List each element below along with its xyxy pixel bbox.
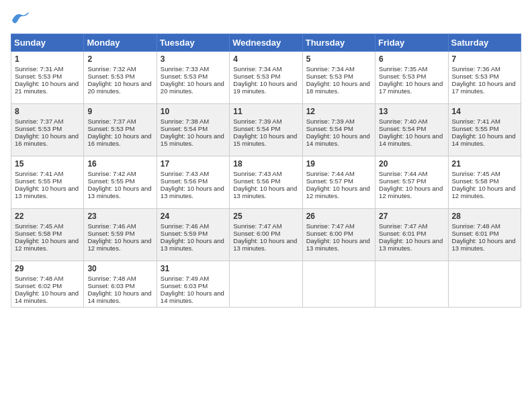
daylight-text: Daylight: 10 hours and 13 minutes. bbox=[452, 237, 516, 252]
sunset-text: Sunset: 5:59 PM bbox=[161, 230, 208, 237]
sunset-text: Sunset: 5:57 PM bbox=[379, 177, 426, 185]
day-number: 10 bbox=[161, 107, 226, 116]
sunset-text: Sunset: 5:58 PM bbox=[15, 230, 62, 237]
sunrise-text: Sunrise: 7:38 AM bbox=[161, 118, 209, 125]
table-row: 19Sunrise: 7:44 AMSunset: 5:57 PMDayligh… bbox=[302, 156, 375, 209]
day-number: 19 bbox=[306, 159, 371, 169]
sunset-text: Sunset: 5:54 PM bbox=[161, 125, 208, 132]
sunrise-text: Sunrise: 7:39 AM bbox=[306, 118, 355, 125]
day-number: 4 bbox=[233, 54, 298, 64]
day-number: 27 bbox=[379, 212, 444, 221]
sunset-text: Sunset: 5:54 PM bbox=[233, 125, 280, 132]
day-number: 14 bbox=[452, 107, 517, 116]
daylight-text: Daylight: 10 hours and 14 minutes. bbox=[87, 289, 151, 304]
sunset-text: Sunset: 5:53 PM bbox=[87, 125, 134, 132]
table-row: 7Sunrise: 7:36 AMSunset: 5:53 PMDaylight… bbox=[448, 52, 521, 104]
sunrise-text: Sunrise: 7:49 AM bbox=[161, 275, 209, 282]
table-row: 16Sunrise: 7:42 AMSunset: 5:55 PMDayligh… bbox=[84, 156, 157, 209]
day-number: 7 bbox=[452, 54, 517, 64]
sunset-text: Sunset: 6:01 PM bbox=[452, 230, 499, 237]
sunrise-text: Sunrise: 7:48 AM bbox=[15, 275, 63, 282]
sunrise-text: Sunrise: 7:42 AM bbox=[87, 170, 136, 177]
daylight-text: Daylight: 10 hours and 14 minutes. bbox=[452, 132, 516, 147]
table-row bbox=[230, 261, 302, 308]
sunset-text: Sunset: 5:53 PM bbox=[87, 73, 134, 80]
daylight-text: Daylight: 10 hours and 17 minutes. bbox=[379, 80, 443, 95]
sunrise-text: Sunrise: 7:37 AM bbox=[87, 118, 136, 125]
table-row bbox=[302, 261, 375, 308]
table-row: 9Sunrise: 7:37 AMSunset: 5:53 PMDaylight… bbox=[84, 104, 157, 156]
table-row: 11Sunrise: 7:39 AMSunset: 5:54 PMDayligh… bbox=[230, 104, 302, 156]
day-number: 15 bbox=[15, 159, 80, 169]
day-number: 24 bbox=[161, 212, 226, 221]
day-number: 23 bbox=[87, 212, 152, 221]
table-row bbox=[448, 261, 521, 308]
daylight-text: Daylight: 10 hours and 13 minutes. bbox=[161, 185, 224, 199]
calendar-table: Sunday Monday Tuesday Wednesday Thursday… bbox=[11, 34, 521, 308]
table-row: 5Sunrise: 7:34 AMSunset: 5:53 PMDaylight… bbox=[302, 52, 375, 104]
sunset-text: Sunset: 5:53 PM bbox=[233, 73, 280, 80]
sunrise-text: Sunrise: 7:46 AM bbox=[161, 222, 209, 230]
table-row: 4Sunrise: 7:34 AMSunset: 5:53 PMDaylight… bbox=[230, 52, 302, 104]
logo-icon bbox=[11, 11, 30, 26]
sunrise-text: Sunrise: 7:48 AM bbox=[452, 222, 500, 230]
day-number: 12 bbox=[306, 107, 371, 116]
daylight-text: Daylight: 10 hours and 16 minutes. bbox=[15, 132, 79, 147]
sunset-text: Sunset: 5:53 PM bbox=[452, 73, 499, 80]
table-row: 18Sunrise: 7:43 AMSunset: 5:56 PMDayligh… bbox=[230, 156, 302, 209]
daylight-text: Daylight: 10 hours and 14 minutes. bbox=[306, 132, 370, 147]
daylight-text: Daylight: 10 hours and 21 minutes. bbox=[15, 80, 79, 95]
table-row: 22Sunrise: 7:45 AMSunset: 5:58 PMDayligh… bbox=[11, 209, 84, 261]
sunset-text: Sunset: 5:53 PM bbox=[379, 73, 426, 80]
day-number: 16 bbox=[87, 159, 152, 169]
daylight-text: Daylight: 10 hours and 12 minutes. bbox=[306, 185, 370, 199]
sunrise-text: Sunrise: 7:43 AM bbox=[161, 170, 209, 177]
day-number: 11 bbox=[233, 107, 298, 116]
sunrise-text: Sunrise: 7:43 AM bbox=[233, 170, 281, 177]
day-number: 13 bbox=[379, 107, 444, 116]
table-row: 23Sunrise: 7:46 AMSunset: 5:59 PMDayligh… bbox=[84, 209, 157, 261]
table-row: 8Sunrise: 7:37 AMSunset: 5:53 PMDaylight… bbox=[11, 104, 84, 156]
sunrise-text: Sunrise: 7:36 AM bbox=[452, 65, 500, 73]
sunset-text: Sunset: 5:54 PM bbox=[379, 125, 426, 132]
sunrise-text: Sunrise: 7:35 AM bbox=[379, 65, 427, 73]
sunset-text: Sunset: 5:56 PM bbox=[233, 177, 280, 185]
daylight-text: Daylight: 10 hours and 12 minutes. bbox=[379, 185, 443, 199]
table-row: 21Sunrise: 7:45 AMSunset: 5:58 PMDayligh… bbox=[448, 156, 521, 209]
daylight-text: Daylight: 10 hours and 14 minutes. bbox=[379, 132, 443, 147]
sunset-text: Sunset: 6:00 PM bbox=[306, 230, 353, 237]
sunset-text: Sunset: 5:53 PM bbox=[161, 73, 208, 80]
table-row: 17Sunrise: 7:43 AMSunset: 5:56 PMDayligh… bbox=[157, 156, 229, 209]
col-saturday: Saturday bbox=[448, 34, 521, 52]
sunrise-text: Sunrise: 7:31 AM bbox=[15, 65, 63, 73]
day-number: 22 bbox=[15, 212, 80, 221]
table-row: 20Sunrise: 7:44 AMSunset: 5:57 PMDayligh… bbox=[375, 156, 448, 209]
daylight-text: Daylight: 10 hours and 13 minutes. bbox=[233, 237, 297, 252]
table-row: 15Sunrise: 7:41 AMSunset: 5:55 PMDayligh… bbox=[11, 156, 84, 209]
daylight-text: Daylight: 10 hours and 20 minutes. bbox=[87, 80, 151, 95]
table-row: 27Sunrise: 7:47 AMSunset: 6:01 PMDayligh… bbox=[375, 209, 448, 261]
daylight-text: Daylight: 10 hours and 15 minutes. bbox=[233, 132, 297, 147]
daylight-text: Daylight: 10 hours and 13 minutes. bbox=[379, 237, 443, 252]
sunrise-text: Sunrise: 7:32 AM bbox=[87, 65, 136, 73]
sunrise-text: Sunrise: 7:44 AM bbox=[306, 170, 355, 177]
sunrise-text: Sunrise: 7:34 AM bbox=[233, 65, 281, 73]
daylight-text: Daylight: 10 hours and 12 minutes. bbox=[452, 185, 516, 199]
table-row: 10Sunrise: 7:38 AMSunset: 5:54 PMDayligh… bbox=[157, 104, 229, 156]
table-row bbox=[375, 261, 448, 308]
table-row: 12Sunrise: 7:39 AMSunset: 5:54 PMDayligh… bbox=[302, 104, 375, 156]
col-sunday: Sunday bbox=[11, 34, 84, 52]
sunset-text: Sunset: 5:55 PM bbox=[452, 125, 499, 132]
col-friday: Friday bbox=[375, 34, 448, 52]
day-number: 21 bbox=[452, 159, 517, 169]
table-row: 28Sunrise: 7:48 AMSunset: 6:01 PMDayligh… bbox=[448, 209, 521, 261]
day-number: 8 bbox=[15, 107, 80, 116]
sunset-text: Sunset: 5:55 PM bbox=[87, 177, 134, 185]
day-number: 26 bbox=[306, 212, 371, 221]
day-number: 1 bbox=[15, 54, 80, 64]
daylight-text: Daylight: 10 hours and 13 minutes. bbox=[233, 185, 297, 199]
daylight-text: Daylight: 10 hours and 14 minutes. bbox=[15, 289, 79, 304]
table-row: 14Sunrise: 7:41 AMSunset: 5:55 PMDayligh… bbox=[448, 104, 521, 156]
sunset-text: Sunset: 6:01 PM bbox=[379, 230, 426, 237]
sunset-text: Sunset: 6:03 PM bbox=[161, 282, 208, 289]
